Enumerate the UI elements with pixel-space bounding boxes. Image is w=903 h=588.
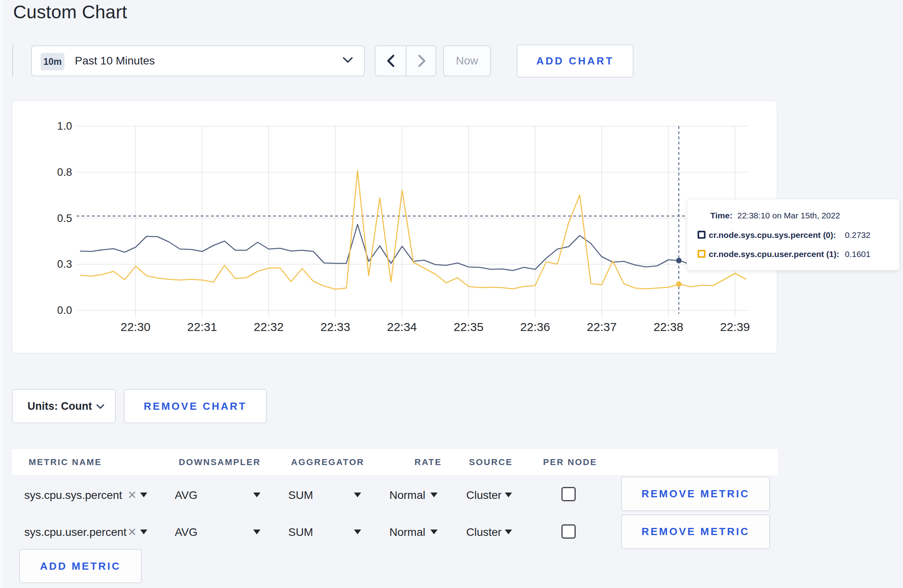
svg-text:22:35: 22:35: [453, 320, 483, 333]
svg-text:0.8: 0.8: [57, 166, 72, 178]
svg-text:22:32: 22:32: [254, 320, 283, 333]
svg-text:0.3: 0.3: [57, 258, 72, 270]
svg-text:0.0: 0.0: [57, 304, 72, 316]
svg-text:22:39: 22:39: [720, 320, 750, 333]
svg-text:22:38: 22:38: [653, 320, 683, 333]
svg-text:22:36: 22:36: [520, 320, 550, 333]
svg-text:22:30: 22:30: [121, 320, 150, 333]
svg-text:22:34: 22:34: [387, 320, 417, 333]
svg-text:22:37: 22:37: [587, 320, 617, 333]
svg-text:22:31: 22:31: [187, 320, 217, 333]
svg-text:0.5: 0.5: [57, 212, 72, 224]
svg-text:22:33: 22:33: [321, 320, 350, 333]
svg-text:1.0: 1.0: [57, 120, 72, 132]
